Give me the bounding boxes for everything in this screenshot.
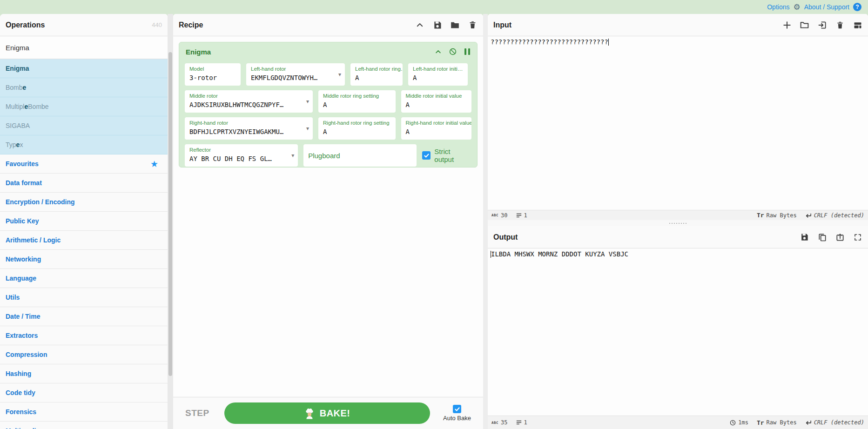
middle-rotor-field[interactable]: Middle rotorAJDKSIRUXBLHWTMCQGZNPYF…▾ — [185, 90, 313, 113]
category-extractors[interactable]: Extractors — [0, 326, 168, 345]
category-networking[interactable]: Networking — [0, 250, 168, 269]
enigma-operation[interactable]: Enigma Model3-rotorLeft-hand rotorEKMFLG… — [179, 42, 478, 168]
category-public-key[interactable]: Public Key — [0, 212, 168, 231]
dropdown-caret-icon[interactable]: ▾ — [306, 125, 309, 132]
operations-recipe-splitter[interactable] — [168, 14, 173, 429]
bake-button[interactable]: BAKE! — [224, 402, 430, 424]
category-compression[interactable]: Compression — [0, 345, 168, 364]
clear-recipe-trash-icon[interactable] — [468, 20, 478, 30]
category-code-tidy[interactable]: Code tidy — [0, 383, 168, 402]
maximize-output-icon[interactable] — [853, 232, 862, 242]
disable-operation-icon[interactable] — [449, 47, 457, 56]
argument-value: AY BR CU DH EQ FS GL… — [189, 154, 293, 164]
output-eol[interactable]: CRLF (detected) — [805, 419, 864, 426]
breakpoint-pause-icon[interactable] — [464, 48, 471, 55]
input-output-splitter[interactable] — [488, 220, 868, 226]
argument-label: Right-hand rotor — [189, 120, 308, 127]
save-recipe-icon[interactable] — [432, 20, 442, 30]
argument-value: A — [323, 127, 390, 137]
output-text-area[interactable]: ILBDA MHSWX MORNZ DDDOT KUYZA VSBJC — [488, 248, 868, 416]
right-hand-rotor-ring-setting-field[interactable]: Right-hand rotor ring settingA — [318, 117, 395, 140]
category-arithmetic-logic[interactable]: Arithmetic / Logic — [0, 231, 168, 250]
operation-search-result[interactable]: Bombe — [0, 78, 168, 97]
category-label: Arithmetic / Logic — [6, 236, 61, 244]
dropdown-caret-icon[interactable]: ▾ — [306, 98, 309, 105]
category-forensics[interactable]: Forensics — [0, 402, 168, 422]
recipe-panel: Recipe Enigma — [173, 14, 483, 429]
add-input-tab-icon[interactable] — [782, 20, 792, 30]
category-label: Encryption / Encoding — [6, 198, 75, 206]
load-recipe-folder-icon[interactable] — [450, 20, 460, 30]
left-hand-rotor-initi-field[interactable]: Left-hand rotor initi…A — [408, 63, 468, 86]
category-hashing[interactable]: Hashing — [0, 364, 168, 383]
category-date-time[interactable]: Date / Time — [0, 307, 168, 326]
category-multimedia[interactable]: Multimedia — [0, 422, 168, 429]
carriage-return-icon — [805, 213, 812, 218]
category-encryption-encoding[interactable]: Encryption / Encoding — [0, 193, 168, 212]
input-text: ?????????????????????????????? — [491, 38, 608, 46]
gear-icon[interactable]: ⚙ — [793, 3, 800, 11]
category-favourites[interactable]: Favourites★ — [0, 154, 168, 174]
middle-rotor-ring-setting-field[interactable]: Middle rotor ring settingA — [318, 90, 395, 113]
input-char-count: ABC 30 — [491, 212, 508, 219]
output-encoding[interactable]: Tr Raw Bytes — [757, 419, 797, 426]
move-output-to-input-icon[interactable] — [835, 232, 845, 242]
input-text-area[interactable]: ?????????????????????????????? — [488, 36, 868, 210]
encoding-icon: Tr — [757, 212, 764, 219]
dropdown-caret-icon[interactable]: ▾ — [291, 152, 294, 159]
left-hand-rotor-ring-field[interactable]: Left-hand rotor ring…A — [350, 63, 403, 86]
category-label: Favourites — [6, 160, 39, 168]
output-text: ILBDA MHSWX MORNZ DDDOT KUYZA VSBJC — [491, 250, 628, 258]
strict-output-checkbox[interactable] — [422, 151, 431, 160]
reflector-field[interactable]: ReflectorAY BR CU DH EQ FS GL…▾ — [185, 144, 298, 167]
operation-search-result[interactable]: Multiple Bombe — [0, 97, 168, 116]
edit-favourites-star-icon[interactable]: ★ — [150, 159, 158, 169]
left-hand-rotor-field[interactable]: Left-hand rotorEKMFLGDQVZNTOWYH…▾ — [246, 63, 345, 86]
auto-bake-toggle[interactable]: Auto Bake — [443, 405, 471, 422]
plugboard-placeholder: Plugboard — [308, 152, 340, 160]
category-data-format[interactable]: Data format — [0, 174, 168, 193]
category-utils[interactable]: Utils — [0, 288, 168, 307]
auto-bake-checkbox[interactable] — [453, 405, 461, 413]
copy-output-icon[interactable] — [817, 232, 827, 242]
plugboard-field[interactable]: Plugboard — [303, 144, 417, 167]
argument-value: AJDKSIRUXBLHWTMCQGZNPYF… — [189, 100, 308, 110]
operations-title: Operations — [6, 21, 45, 29]
input-title: Input — [493, 21, 511, 29]
open-file-input-icon[interactable] — [817, 20, 827, 30]
collapse-all-icon[interactable] — [415, 20, 424, 30]
input-eol[interactable]: CRLF (detected) — [805, 212, 864, 219]
argument-value: 3-rotor — [189, 73, 236, 83]
middle-rotor-initial-value-field[interactable]: Middle rotor initial valueA — [401, 90, 472, 113]
model-field[interactable]: Model3-rotor — [185, 63, 241, 86]
clear-input-trash-icon[interactable] — [835, 20, 845, 30]
argument-label: Middle rotor — [189, 93, 308, 100]
argument-label: Left-hand rotor — [251, 66, 340, 73]
category-label: Date / Time — [6, 313, 40, 320]
about-support-link[interactable]: About / Support — [804, 3, 849, 11]
input-encoding[interactable]: Tr Raw Bytes — [757, 212, 797, 219]
save-output-icon[interactable] — [800, 232, 809, 242]
right-hand-rotor-field[interactable]: Right-hand rotorBDFHJLCPRTXVZNYEIWGAKMU…… — [185, 117, 313, 140]
step-button[interactable]: STEP — [185, 408, 209, 418]
collapse-operation-icon[interactable] — [435, 48, 442, 55]
recipe-io-splitter[interactable] — [483, 14, 488, 429]
open-folder-input-icon[interactable] — [800, 20, 809, 30]
operation-search-result[interactable]: Typex — [0, 135, 168, 154]
carriage-return-icon — [805, 420, 812, 425]
reset-layout-icon[interactable] — [853, 20, 862, 30]
operations-search-input[interactable] — [0, 36, 168, 59]
help-icon[interactable]: ? — [853, 3, 861, 11]
operation-search-result[interactable]: Enigma — [0, 59, 168, 78]
output-header: Output — [488, 226, 868, 248]
options-link[interactable]: Options — [767, 3, 789, 11]
output-char-count: ABC 35 — [491, 419, 508, 426]
right-hand-rotor-initial-value-field[interactable]: Right-hand rotor initial valueA — [401, 117, 472, 140]
category-label: Utils — [6, 294, 20, 301]
category-language[interactable]: Language — [0, 269, 168, 288]
operations-scrollbar-thumb[interactable] — [168, 52, 172, 376]
strict-output-toggle[interactable]: Strict output — [422, 147, 471, 163]
dropdown-caret-icon[interactable]: ▾ — [338, 71, 341, 78]
category-label: Data format — [6, 179, 42, 187]
operation-search-result[interactable]: SIGABA — [0, 116, 168, 135]
